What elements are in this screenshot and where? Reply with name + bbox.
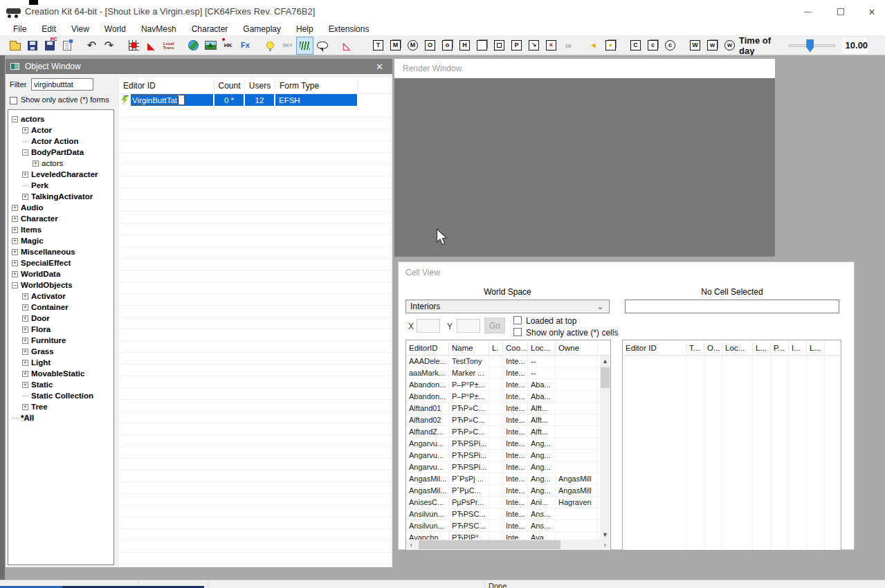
- filter-w-circle-icon[interactable]: w: [722, 37, 738, 54]
- expand-icon[interactable]: +: [12, 271, 18, 277]
- cell-list-vertical-scrollbar[interactable]: ▲ ▼: [600, 356, 610, 540]
- cell-row-aaadele[interactable]: AAADele...TestTonyInte...--: [406, 356, 600, 367]
- menu-edit[interactable]: Edit: [34, 23, 64, 35]
- tree-item-static-collection[interactable]: Static Collection: [8, 390, 113, 401]
- preferences-icon[interactable]: [59, 37, 75, 54]
- expand-icon[interactable]: +: [22, 382, 28, 388]
- tree-item-movablestatic[interactable]: +MovableStatic: [8, 368, 113, 379]
- expand-icon[interactable]: +: [22, 172, 28, 178]
- snap-to-angle-icon[interactable]: ◣: [143, 37, 159, 54]
- menu-gameplay[interactable]: Gameplay: [235, 23, 289, 35]
- column-header-coo[interactable]: Coo...: [503, 342, 528, 353]
- inline-rename-input[interactable]: VirginButtTat: [131, 95, 185, 105]
- tree-item-character[interactable]: +Character: [8, 213, 113, 224]
- expand-icon[interactable]: +: [12, 238, 18, 244]
- y-input[interactable]: [457, 319, 480, 333]
- column-header-loc[interactable]: Loc...: [528, 342, 556, 353]
- cell-row-avanchn[interactable]: Avanchn...PЋPIP°...Inte...Ava...: [406, 532, 600, 540]
- lights-icon[interactable]: [262, 37, 278, 54]
- render-window-titlebar[interactable]: Render Window: [394, 59, 775, 78]
- tree-item-door[interactable]: +Door: [8, 313, 113, 324]
- cell-row-alftand01[interactable]: Alftand01PЋP»C...Inte...Alft...: [406, 403, 600, 414]
- x-input[interactable]: [417, 319, 440, 333]
- go-button[interactable]: Go: [484, 318, 505, 333]
- tree-item-light[interactable]: +Light: [8, 357, 113, 368]
- tree-item-actor[interactable]: +Actor: [8, 125, 113, 136]
- expand-icon[interactable]: +: [33, 160, 39, 167]
- filter-t-square-icon[interactable]: T: [370, 37, 386, 54]
- save-icon[interactable]: [24, 37, 40, 54]
- object-window-titlebar[interactable]: Object Window ✕: [6, 59, 392, 74]
- cell-row-anisesc[interactable]: AnisesC...PµPsPr...Inte...Ani...Hagraven: [406, 497, 600, 508]
- tree-item-actor-action[interactable]: Actor Action: [8, 136, 113, 147]
- tree-item-miscellaneous[interactable]: +Miscellaneous: [8, 246, 113, 257]
- tree-item-bodypartdata[interactable]: −BodyPartData: [8, 147, 113, 158]
- menu-view[interactable]: View: [64, 23, 97, 35]
- collapse-icon[interactable]: −: [12, 116, 18, 122]
- tree-item-worldobjects[interactable]: −WorldObjects: [8, 279, 113, 291]
- filter-marker-icon[interactable]: [491, 37, 507, 54]
- redo-icon[interactable]: ↷: [101, 37, 117, 54]
- expand-icon[interactable]: +: [22, 404, 28, 410]
- filter-p-square-icon[interactable]: P: [509, 37, 524, 54]
- tree-item-furniture[interactable]: +Furniture: [8, 335, 113, 346]
- column-header-owne[interactable]: Owne: [556, 342, 598, 353]
- menu-file[interactable]: File: [6, 23, 34, 35]
- time-of-day-value[interactable]: 10.00: [842, 38, 868, 53]
- menu-character[interactable]: Character: [184, 23, 236, 35]
- expand-icon[interactable]: +: [22, 349, 28, 355]
- tree-item-flora[interactable]: +Flora: [8, 324, 113, 335]
- tree-item-leveledcharacter[interactable]: +LeveledCharacter: [8, 169, 113, 180]
- tree-item-actors[interactable]: +actors: [8, 158, 113, 169]
- column-header-users[interactable]: Users: [245, 80, 275, 92]
- object-window-close-icon[interactable]: ✕: [372, 62, 387, 72]
- cell-row-ansilvun[interactable]: Ansilvun...PЋPSC...Inte...Ans...: [406, 520, 600, 532]
- havok-sim-icon[interactable]: HK: [220, 37, 236, 54]
- column-header-editor-id[interactable]: Editor ID: [623, 342, 686, 353]
- cell-row-angarvu[interactable]: Angarvu...PЋPSPi...Inte...Ang...: [406, 461, 600, 473]
- column-header-t[interactable]: T...: [686, 342, 704, 353]
- cell-row-alftandz[interactable]: AlftandZ...PЋP»C...Inte...Alft...: [406, 426, 600, 438]
- column-header-count[interactable]: Count: [215, 80, 245, 92]
- column-header-l[interactable]: L...: [753, 342, 771, 353]
- tree-item-tree[interactable]: +Tree: [8, 401, 113, 412]
- minimize-button[interactable]: [797, 6, 818, 18]
- expand-icon[interactable]: +: [22, 315, 28, 322]
- tree-item-activator[interactable]: +Activator: [8, 291, 113, 302]
- slider-thumb-icon[interactable]: [806, 39, 814, 53]
- menu-world[interactable]: World: [97, 23, 134, 35]
- column-header-o[interactable]: O...: [704, 342, 722, 353]
- loaded-at-top-checkbox[interactable]: [513, 316, 522, 324]
- tree-item-magic[interactable]: +Magic: [8, 235, 113, 246]
- maximize-button[interactable]: [830, 6, 851, 18]
- close-button[interactable]: ✕: [861, 6, 882, 18]
- collapse-icon[interactable]: −: [12, 282, 18, 288]
- tree-item-talkingactivator[interactable]: +TalkingActivator: [8, 191, 113, 202]
- scroll-left-icon[interactable]: ‹: [406, 541, 417, 549]
- tree-item-perk[interactable]: Perk: [8, 180, 113, 191]
- scroll-right-icon[interactable]: ›: [600, 541, 610, 549]
- cell-row-angarvu[interactable]: Angarvu...PЋPSPi...Inte...Ang...: [406, 438, 600, 450]
- expand-icon[interactable]: +: [22, 338, 28, 344]
- filter-w-square-icon[interactable]: W: [687, 37, 703, 54]
- save-pc-icon[interactable]: [42, 37, 57, 54]
- scroll-down-icon[interactable]: ▼: [600, 529, 610, 540]
- scroll-thumb[interactable]: [601, 367, 610, 388]
- column-header-i[interactable]: I...: [789, 342, 807, 353]
- filter-cube-icon[interactable]: [474, 37, 490, 54]
- snap-to-grid-icon[interactable]: [126, 37, 142, 54]
- expand-icon[interactable]: +: [22, 293, 28, 300]
- sky-icon[interactable]: SKY: [280, 37, 295, 54]
- column-header-name[interactable]: Name: [449, 342, 489, 353]
- time-of-day-slider[interactable]: [789, 44, 834, 47]
- expand-icon[interactable]: +: [22, 327, 28, 333]
- filtered-dialogue-fx-icon[interactable]: Fx: [237, 37, 253, 54]
- navmesh-icon[interactable]: ◺: [339, 37, 355, 54]
- filter-input[interactable]: virginbutttat: [31, 78, 93, 91]
- world-space-dropdown[interactable]: Interiors ⌄: [405, 300, 610, 313]
- dialogue-icon[interactable]: [314, 37, 330, 54]
- column-header-p[interactable]: P...: [771, 342, 789, 353]
- column-header-form-type[interactable]: Form Type: [275, 80, 358, 92]
- local-rotation-icon[interactable]: Local Trans: [161, 37, 176, 54]
- filter-w-cube-icon[interactable]: w: [704, 37, 720, 54]
